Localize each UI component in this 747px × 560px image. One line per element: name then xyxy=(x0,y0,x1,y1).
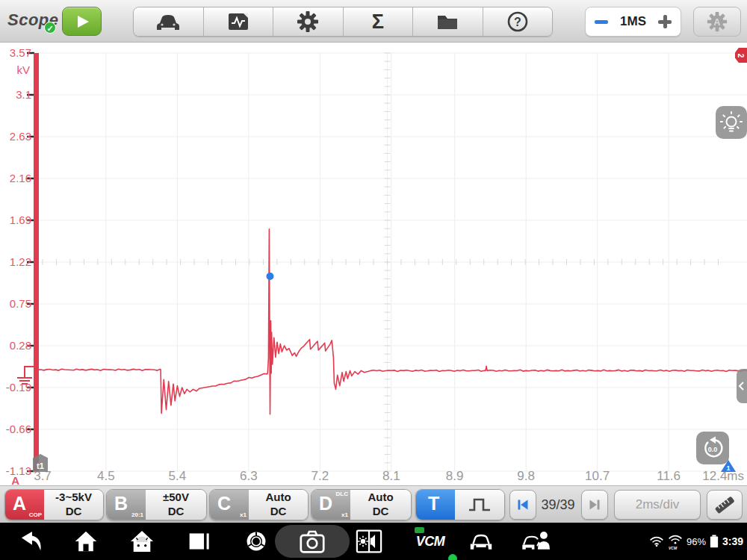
trigger-control[interactable]: T xyxy=(415,489,505,520)
y-tick-label: -0.66 xyxy=(0,423,31,435)
clock: 3:39 xyxy=(722,535,743,547)
channel-attenuation-tag: COP xyxy=(29,511,42,518)
vehicle-button[interactable] xyxy=(134,7,204,36)
range-value: Auto xyxy=(368,491,393,505)
channel-probe-tag: DLC xyxy=(336,491,348,497)
y-tick-label: 1.22 xyxy=(0,255,31,268)
waveform-chart: 3.573.12.632.161.691.220.750.28-0.19-0.6… xyxy=(0,43,747,485)
svg-text:?: ? xyxy=(514,16,521,28)
app-drawer-button[interactable] xyxy=(127,523,157,560)
sample-rate-value[interactable]: 1MS xyxy=(620,14,646,29)
car-front-icon xyxy=(468,529,495,553)
skip-to-start-icon xyxy=(513,495,533,514)
back-button[interactable] xyxy=(16,523,46,560)
side-panel-handle[interactable] xyxy=(737,369,747,403)
y-tick-label: -0.19 xyxy=(0,381,31,393)
home-button[interactable] xyxy=(71,523,101,560)
channel-D-range[interactable]: AutoDC xyxy=(350,490,411,520)
channel-A-control[interactable]: ACOP-3~5kVDC xyxy=(4,489,104,520)
range-value: ±50V xyxy=(163,491,189,505)
car-icon xyxy=(155,10,182,33)
coupling-value: DC xyxy=(373,505,389,519)
decrease-icon[interactable] xyxy=(595,20,608,24)
time-per-div-value: 2ms/div xyxy=(636,497,680,512)
channel-C-range[interactable]: AutoDC xyxy=(249,490,308,520)
first-page-button[interactable] xyxy=(509,490,536,520)
chrome-button[interactable] xyxy=(241,523,271,560)
channel-letter: B xyxy=(114,493,128,514)
y-tick-label: 0.75 xyxy=(0,297,31,310)
y-tick-label: 2.16 xyxy=(0,172,31,184)
annotation-tip-button[interactable] xyxy=(716,106,747,139)
vcmi-wifi-badge xyxy=(448,554,457,560)
svg-text:0.0: 0.0 xyxy=(708,446,718,453)
start-capture-button[interactable] xyxy=(62,7,102,36)
camera-icon xyxy=(298,529,326,554)
pulse-icon xyxy=(466,495,493,514)
waveform-file-icon xyxy=(226,10,251,33)
android-navbar: VCM xyxy=(0,523,747,560)
sample-rate-control: 1MS xyxy=(585,7,681,37)
last-page-button[interactable] xyxy=(581,490,608,520)
x-tick-label: 10.7 xyxy=(574,469,622,484)
channel-B-control[interactable]: B20:1±50VDC xyxy=(106,489,207,520)
channel-A-range[interactable]: -3~5kVDC xyxy=(44,490,103,520)
settings-button[interactable] xyxy=(273,7,344,36)
skip-to-end-icon xyxy=(585,495,604,514)
play-icon xyxy=(78,16,89,28)
y-tick-label: 2.63 xyxy=(0,130,31,143)
measurement-button[interactable]: Σ xyxy=(344,7,414,36)
y-tick-label: 1.69 xyxy=(0,214,31,226)
auto-setup-button[interactable]: A xyxy=(693,7,741,37)
chrome-icon xyxy=(244,529,268,553)
connected-check-icon: ✓ xyxy=(44,22,56,34)
waveform-plot[interactable] xyxy=(0,43,747,485)
wifi-icon xyxy=(649,535,664,547)
reset-circle-arrow-icon: 0.0 xyxy=(700,435,725,461)
marker-dot xyxy=(266,273,273,280)
home-icon xyxy=(74,529,98,553)
diagnostics-app-button[interactable] xyxy=(518,523,557,560)
coupling-value: DC xyxy=(168,505,185,519)
top-toolbar: Scope ✓ xyxy=(0,0,747,43)
display-sound-button[interactable] xyxy=(353,523,385,560)
help-icon: ? xyxy=(506,10,530,34)
channel-C-key[interactable]: Cx1 xyxy=(210,490,249,520)
gear-icon xyxy=(296,10,320,34)
reset-zoom-button[interactable]: 0.0 xyxy=(696,432,729,464)
x-tick-label: 5.4 xyxy=(153,469,201,484)
vehicle-app-button[interactable] xyxy=(465,523,498,560)
x-tick-label: 11.6 xyxy=(645,469,692,484)
folder-icon xyxy=(435,11,460,32)
brightness-volume-icon xyxy=(356,529,382,554)
y-tick-label: 3.1 xyxy=(0,88,31,101)
svg-text:A: A xyxy=(714,17,721,28)
channel-D-key[interactable]: DDLCx1 xyxy=(311,490,350,520)
file-button[interactable] xyxy=(413,7,483,36)
channel-letter: C xyxy=(217,493,231,514)
trigger-key[interactable]: T xyxy=(416,490,455,520)
x-tick-label: 7.2 xyxy=(296,469,344,484)
channel-A-key[interactable]: ACOP xyxy=(5,490,44,520)
channel-letter: A xyxy=(13,493,26,514)
increase-icon[interactable] xyxy=(658,15,672,28)
screenshot-button[interactable] xyxy=(297,523,327,560)
vcmi-app-button[interactable]: VCM xyxy=(409,523,451,560)
channel-C-control[interactable]: Cx1AutoDC xyxy=(209,489,309,520)
help-button[interactable]: ? xyxy=(483,7,553,36)
channel-D-control[interactable]: DDLCx1AutoDC xyxy=(311,489,412,520)
measure-button[interactable] xyxy=(707,490,743,520)
channel-attenuation-tag: x1 xyxy=(240,511,247,518)
channel-B-range[interactable]: ±50VDC xyxy=(146,490,206,520)
data-review-button[interactable] xyxy=(204,7,274,36)
x-tick-label: 6.3 xyxy=(225,469,273,484)
y-tick-label: 3.57 xyxy=(0,46,31,59)
chevron-left-icon xyxy=(737,381,747,391)
time-per-div-button[interactable]: 2ms/div xyxy=(614,490,701,520)
y-tick-label: 0.28 xyxy=(0,339,31,352)
recents-button[interactable] xyxy=(184,523,214,560)
lightbulb-icon xyxy=(720,111,743,134)
sigma-icon: Σ xyxy=(372,12,384,32)
channel-B-key[interactable]: B20:1 xyxy=(107,490,146,520)
trigger-mode[interactable] xyxy=(455,490,504,520)
